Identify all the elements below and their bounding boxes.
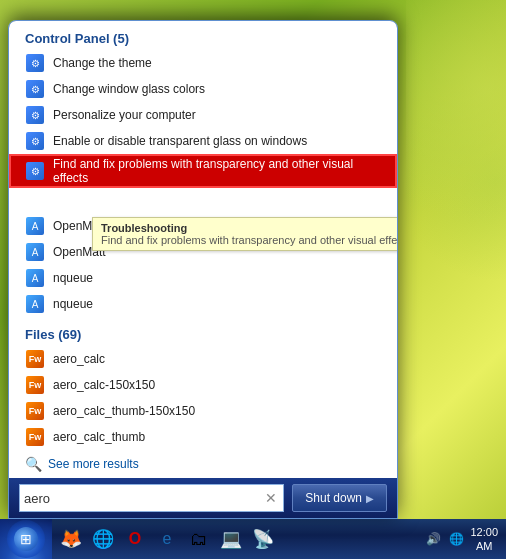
cp-section-header: Control Panel (5)	[9, 21, 397, 50]
cp-item-4-label: Enable or disable transparent glass on w…	[53, 134, 307, 148]
system-clock[interactable]: 12:00AM	[470, 525, 498, 554]
file-item-3[interactable]: Fw aero_calc_thumb-150x150	[9, 398, 397, 424]
network-tray-icon[interactable]: 🌐	[447, 530, 466, 548]
search-results-panel: Control Panel (5) ⚙ Change the theme ⚙ C…	[9, 21, 397, 478]
start-orb	[7, 520, 45, 558]
taskbar-icon-firefox[interactable]: 🦊	[56, 524, 86, 554]
cp-item-4[interactable]: ⚙ Enable or disable transparent glass on…	[9, 128, 397, 154]
cp-item-3-label: Personalize your computer	[53, 108, 196, 122]
volume-tray-icon[interactable]: 🔊	[424, 530, 443, 548]
cp-item-2[interactable]: ⚙ Change window glass colors	[9, 76, 397, 102]
see-more-label: See more results	[48, 457, 139, 471]
taskbar-icon-network[interactable]: 💻	[216, 524, 246, 554]
cp-item-5-label: Find and fix problems with transparency …	[53, 157, 381, 185]
tooltip-popup: Troubleshooting Find and fix problems wi…	[92, 217, 398, 251]
cp-item-3[interactable]: ⚙ Personalize your computer	[9, 102, 397, 128]
desktop: Control Panel (5) ⚙ Change the theme ⚙ C…	[0, 0, 506, 559]
search-input[interactable]	[24, 491, 263, 506]
app-item-3-label: nqueue	[53, 271, 93, 285]
app-item-3[interactable]: A nqueue	[9, 265, 397, 291]
cp-item-2-label: Change window glass colors	[53, 82, 205, 96]
file-item-3-label: aero_calc_thumb-150x150	[53, 404, 195, 418]
search-input-container[interactable]: ✕	[19, 484, 284, 512]
clear-search-button[interactable]: ✕	[263, 490, 279, 506]
taskbar-icon-ie[interactable]: e	[152, 524, 182, 554]
taskbar-tray: 🔊 🌐 12:00AM	[416, 525, 506, 554]
file-item-2-label: aero_calc-150x150	[53, 378, 155, 392]
app-item-4-label: nqueue	[53, 297, 93, 311]
start-menu: Control Panel (5) ⚙ Change the theme ⚙ C…	[8, 20, 398, 519]
file-item-4[interactable]: Fw aero_calc_thumb	[9, 424, 397, 450]
taskbar-items: 🦊 🌐 O e 🗂 💻 📡	[52, 524, 416, 554]
start-button[interactable]	[0, 519, 52, 559]
files-section-header: Files (69)	[9, 317, 397, 346]
file-item-1[interactable]: Fw aero_calc	[9, 346, 397, 372]
cp-item-5[interactable]: ⚙ Find and fix problems with transparenc…	[9, 154, 397, 188]
file-item-1-label: aero_calc	[53, 352, 105, 366]
taskbar-icon-chrome[interactable]: 🌐	[88, 524, 118, 554]
shutdown-arrow-icon: ▶	[366, 493, 374, 504]
shutdown-button[interactable]: Shut down ▶	[292, 484, 387, 512]
search-bar: ✕ Shut down ▶	[9, 478, 397, 518]
windows-logo-icon	[14, 527, 38, 551]
file-item-2[interactable]: Fw aero_calc-150x150	[9, 372, 397, 398]
see-more-results[interactable]: 🔍 See more results	[9, 450, 397, 478]
search-glass-icon: 🔍	[25, 456, 42, 472]
tooltip-line1: Troubleshooting	[101, 222, 398, 234]
cp-item-1-label: Change the theme	[53, 56, 152, 70]
shutdown-label: Shut down	[305, 491, 362, 505]
cp-item-1[interactable]: ⚙ Change the theme	[9, 50, 397, 76]
app-item-4[interactable]: A nqueue	[9, 291, 397, 317]
taskbar-icon-folder[interactable]: 🗂	[184, 524, 214, 554]
file-item-4-label: aero_calc_thumb	[53, 430, 145, 444]
taskbar-icon-opera[interactable]: O	[120, 524, 150, 554]
taskbar-icon-extra[interactable]: 📡	[248, 524, 278, 554]
taskbar: 🦊 🌐 O e 🗂 💻 📡 🔊 🌐 12:00AM	[0, 519, 506, 559]
tooltip-line2: Find and fix problems with transparency …	[101, 234, 398, 246]
